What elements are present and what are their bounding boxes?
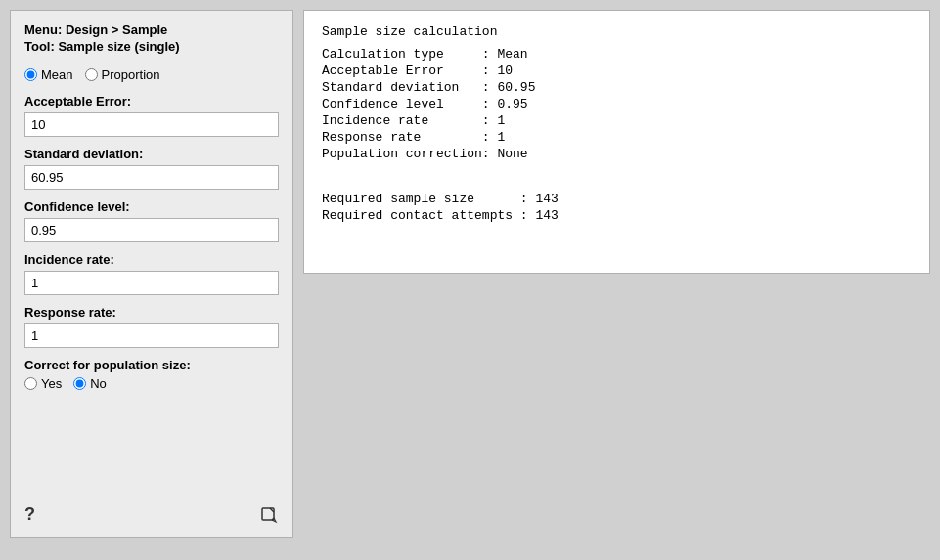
result-line-2: Acceptable Error : 10: [322, 64, 912, 78]
proportion-radio[interactable]: [85, 68, 98, 81]
required-sample-size-line: Required sample size : 143: [322, 192, 912, 206]
mean-radio[interactable]: [24, 68, 37, 81]
proportion-radio-label[interactable]: Proportion: [85, 67, 160, 82]
yes-radio-text: Yes: [41, 376, 62, 391]
population-correction-label: Correct for population size:: [24, 358, 279, 372]
main-container: Menu: Design > Sample Tool: Sample size …: [10, 10, 930, 538]
result-line-3: Standard deviation : 60.95: [322, 80, 912, 95]
incidence-rate-input[interactable]: [24, 271, 279, 295]
edit-svg: [260, 506, 278, 524]
response-rate-input[interactable]: [24, 323, 279, 348]
confidence-level-input[interactable]: [24, 218, 279, 242]
yes-radio-label[interactable]: Yes: [24, 376, 62, 391]
result-lines: Calculation type : Mean Acceptable Error…: [322, 47, 912, 161]
standard-deviation-input[interactable]: [24, 165, 279, 190]
result-line-6: Response rate : 1: [322, 130, 912, 145]
result-separator: [322, 169, 912, 184]
edit-icon[interactable]: [259, 505, 279, 525]
no-radio[interactable]: [73, 377, 86, 390]
population-correction-radios: Yes No: [24, 376, 279, 391]
response-rate-label: Response rate:: [24, 305, 279, 320]
final-result-lines: Required sample size : 143 Required cont…: [322, 192, 912, 223]
right-panel: Sample size calculation Calculation type…: [303, 10, 930, 274]
no-radio-label[interactable]: No: [73, 376, 107, 391]
result-line-1: Calculation type : Mean: [322, 47, 912, 62]
incidence-rate-label: Incidence rate:: [24, 252, 279, 267]
result-line-4: Confidence level : 0.95: [322, 97, 912, 111]
calculation-type-radio-group: Mean Proportion: [24, 67, 279, 82]
yes-radio[interactable]: [24, 377, 37, 390]
result-line-7: Population correction: None: [322, 147, 912, 161]
help-icon[interactable]: ?: [24, 504, 35, 525]
bottom-bar: ?: [24, 495, 279, 525]
mean-radio-text: Mean: [41, 67, 73, 82]
result-title: Sample size calculation: [322, 24, 912, 39]
proportion-radio-text: Proportion: [102, 67, 160, 82]
left-panel: Menu: Design > Sample Tool: Sample size …: [10, 10, 293, 538]
menu-title: Menu: Design > Sample: [24, 22, 279, 37]
no-radio-text: No: [90, 376, 107, 391]
population-correction-section: Correct for population size: Yes No: [24, 358, 279, 391]
acceptable-error-input[interactable]: [24, 112, 279, 137]
confidence-level-label: Confidence level:: [24, 199, 279, 214]
result-line-5: Incidence rate : 1: [322, 113, 912, 128]
tool-title: Tool: Sample size (single): [24, 39, 279, 54]
standard-deviation-label: Standard deviation:: [24, 147, 279, 161]
mean-radio-label[interactable]: Mean: [24, 67, 73, 82]
acceptable-error-label: Acceptable Error:: [24, 94, 279, 108]
required-contact-attempts-line: Required contact attempts : 143: [322, 208, 912, 223]
